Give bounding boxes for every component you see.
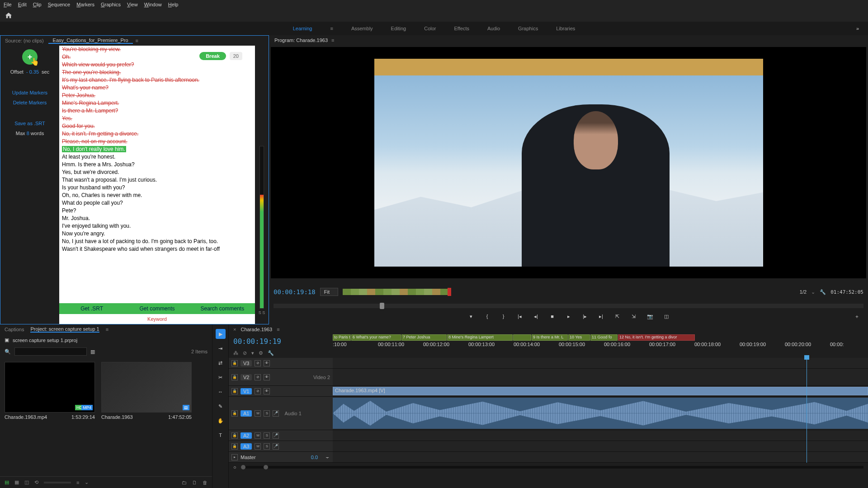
workspace-assembly[interactable]: Assembly [351, 26, 373, 31]
track-header-a2[interactable]: 🔒A2MS🎤 [229, 430, 333, 441]
time-ruler[interactable]: :10:0000:00:11:0000:00:12:0000:00:13:000… [333, 342, 868, 349]
mark-out-close-icon[interactable]: } [500, 312, 508, 320]
sequence-tab[interactable]: Charade.1963 [241, 327, 272, 332]
program-scrubber[interactable] [274, 304, 863, 308]
caption-line[interactable]: No, I just have a lot of packing to do. … [62, 238, 252, 245]
timeline-marker[interactable]: 11 Good fo [590, 334, 618, 341]
timeline-lanes[interactable]: Charade.1963.mp4 [V] [333, 358, 868, 463]
offset-value[interactable]: - 0.35 [26, 69, 39, 75]
track-header-a1[interactable]: 🔒A1MS🎤Audio 1 [229, 397, 333, 430]
ripple-tool-icon[interactable]: ⇄ [216, 358, 226, 368]
project-item[interactable]: HDMP4 Charade.1963.mp41:53:29:14 [5, 362, 95, 472]
workspace-overflow-icon[interactable]: » [856, 26, 859, 31]
menu-sequence[interactable]: Sequence [48, 2, 71, 7]
resolution-dropdown[interactable]: 1/2 [800, 289, 807, 295]
track-header-v1[interactable]: 🔒V1⊘👁 [229, 386, 333, 397]
menu-window[interactable]: Window [144, 2, 162, 7]
lift-icon[interactable]: ⇱ [613, 312, 622, 320]
play-icon[interactable]: ▸ [565, 312, 573, 320]
settings-icon[interactable]: 🔧 [820, 289, 826, 295]
caption-line[interactable]: Pete? [62, 207, 252, 215]
program-viewport[interactable] [271, 47, 866, 278]
hand-tool-icon[interactable]: ✋ [216, 416, 226, 426]
delete-icon[interactable]: 🗑 [203, 480, 208, 485]
go-to-in-icon[interactable]: |◂ [516, 312, 524, 320]
icon-view-icon[interactable]: ▦ [14, 479, 19, 485]
add-caption-button[interactable]: + 👆 [22, 49, 38, 65]
save-srt-button[interactable]: Save as .SRT [14, 121, 45, 126]
marker-icon[interactable]: ▾ [251, 350, 254, 356]
extension-tab[interactable]: Easy_Captions_for_Premiere_Pro [48, 38, 133, 44]
workspace-learning[interactable]: Learning [293, 26, 312, 31]
caption-line[interactable]: At least you're honest. [62, 153, 252, 161]
caption-current[interactable]: No, I don't really love him. [62, 146, 126, 152]
caption-list[interactable]: Break 20 You're blocking my view.Oh.Whic… [59, 46, 255, 303]
workspace-graphics[interactable]: Graphics [518, 26, 538, 31]
zoom-out-handle[interactable]: ○ [233, 465, 236, 470]
settings-icon[interactable]: ⚙ [259, 350, 263, 356]
menu-file[interactable]: File [4, 2, 12, 7]
workspace-editing[interactable]: Editing [391, 26, 406, 31]
razor-tool-icon[interactable]: ✂ [216, 372, 226, 382]
update-markers-button[interactable]: Update Markers [12, 90, 47, 95]
captions-panel-tab[interactable]: Captions [5, 327, 24, 332]
menu-graphics[interactable]: Graphics [101, 2, 121, 7]
caption-line[interactable]: The one you're blocking. [62, 69, 252, 76]
freeform-view-icon[interactable]: ◫ [24, 479, 29, 485]
program-timecode[interactable]: 00:00:19:18 [274, 288, 316, 296]
track-header-a3[interactable]: 🔒A3MS🎤 [229, 441, 333, 452]
list-view-icon[interactable]: ▤ [5, 479, 9, 485]
track-select-tool-icon[interactable]: ⇥ [216, 343, 226, 353]
step-fwd-icon[interactable]: |▸ [581, 312, 589, 320]
caption-line[interactable]: Yes. [62, 115, 252, 122]
selection-tool-icon[interactable]: ▶ [216, 329, 226, 339]
timeline-marker[interactable]: to Paris t [333, 334, 351, 341]
go-to-out-icon[interactable]: ▸| [597, 312, 605, 320]
caption-line[interactable]: What's your name? [62, 84, 252, 92]
video-clip[interactable]: Charade.1963.mp4 [V] [333, 387, 868, 395]
caption-line[interactable]: That wasn't a proposal. I'm just curious… [62, 176, 252, 184]
find-icon[interactable]: ⌄ [85, 479, 89, 485]
caption-line[interactable]: No, it isn't. I'm getting a divorce. [62, 130, 252, 138]
max-value[interactable]: 8 [27, 131, 29, 136]
menu-help[interactable]: Help [168, 2, 179, 7]
linked-sel-icon[interactable]: ⊘ [243, 350, 247, 356]
home-icon[interactable] [5, 12, 13, 19]
project-search-input[interactable] [14, 347, 87, 356]
workspace-audio[interactable]: Audio [487, 26, 500, 31]
workspace-effects[interactable]: Effects [454, 26, 469, 31]
break-button[interactable]: Break [199, 52, 226, 60]
sort-icon[interactable]: ⟲ [34, 479, 38, 485]
caption-line[interactable]: Good for you. [62, 122, 252, 130]
caption-line[interactable]: Peter Joshua. [62, 92, 252, 99]
caption-line[interactable]: Mr. Joshua. [62, 215, 252, 222]
caption-line[interactable]: I've enjoyed talking with you. [62, 222, 252, 230]
track-header-master[interactable]: ▸Master0.0⫟ [229, 452, 333, 463]
project-item[interactable]: ▤ Charade.19631:47:52:05 [101, 362, 192, 472]
caption-line[interactable]: Wasn't it Shakespeare who said when stra… [62, 245, 252, 253]
program-tab[interactable]: Program: Charade.1963 [274, 38, 328, 43]
get-srt-button[interactable]: Get .SRT [59, 303, 124, 314]
menu-clip[interactable]: Clip [33, 2, 42, 7]
caption-line[interactable]: Mine's Regina Lampert. [62, 99, 252, 107]
stop-icon[interactable]: ■ [548, 312, 557, 320]
extension-tab-menu-icon[interactable]: ≡ [136, 38, 138, 43]
workspace-color[interactable]: Color [424, 26, 436, 31]
auto-seq-icon[interactable]: ≡ [76, 480, 79, 485]
extract-icon[interactable]: ⇲ [630, 312, 638, 320]
caption-line[interactable]: What do people call you? [62, 199, 252, 207]
sequence-tab-menu-icon[interactable]: ≡ [277, 327, 279, 332]
zoom-scrollbar[interactable] [241, 466, 863, 469]
workspace-libraries[interactable]: Libraries [556, 26, 575, 31]
zoom-fit-dropdown[interactable]: Fit [320, 288, 338, 296]
menu-view[interactable]: View [127, 2, 138, 7]
source-tab[interactable]: Source: (no clips) [0, 38, 48, 43]
new-item-icon[interactable]: 🗋 [192, 480, 197, 485]
menu-edit[interactable]: Edit [18, 2, 27, 7]
timeline-marker[interactable]: 8 Mine's Regina Lampert [447, 334, 513, 341]
caption-line[interactable]: It's my last chance. I'm flying back to … [62, 76, 252, 84]
mark-out-open-icon[interactable]: { [483, 312, 491, 320]
keyword-input[interactable]: Keyword [59, 314, 255, 324]
timeline-marker[interactable]: 9 Is there a Mr. L [532, 334, 568, 341]
project-panel-tab[interactable]: Project: screen capture setup 1 [30, 326, 99, 333]
